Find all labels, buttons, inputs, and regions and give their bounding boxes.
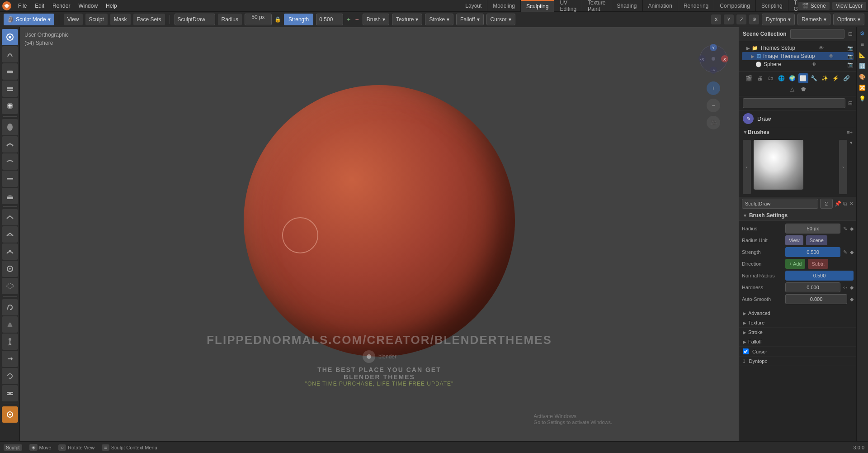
stroke-dropdown[interactable]: Stroke ▾: [425, 14, 453, 25]
normal-radius-value[interactable]: 0.500: [785, 271, 854, 281]
tab-animation[interactable]: Animation: [643, 0, 678, 12]
brush-next-button[interactable]: ›: [839, 140, 847, 194]
dyntopo-section[interactable]: 1 Dyntopo: [739, 357, 856, 366]
remesh-dropdown[interactable]: Remesh ▾: [797, 14, 830, 25]
brush-name-field[interactable]: [742, 199, 818, 209]
zoom-in-button[interactable]: +: [707, 81, 720, 95]
auto-smooth-keyframe-icon[interactable]: ◆: [850, 296, 854, 302]
radius-value[interactable]: 50 px: [245, 14, 272, 25]
radius-label-button[interactable]: Radius: [218, 14, 242, 25]
scrape-tool[interactable]: [2, 209, 18, 225]
filter-icon[interactable]: ⊟: [848, 31, 853, 37]
output-props-icon[interactable]: 🖨: [755, 73, 765, 83]
thumb-tool[interactable]: [2, 316, 18, 333]
draw-sharp-tool[interactable]: [2, 46, 18, 62]
camera-icon-2[interactable]: 📷: [847, 53, 854, 59]
strength-value[interactable]: 0.500: [316, 14, 343, 25]
eye-icon[interactable]: 👁: [819, 45, 824, 51]
orbit-gizmo[interactable]: Y X -Y -X: [695, 41, 731, 77]
clay-tool[interactable]: [2, 63, 18, 80]
radius-keyframe-icon[interactable]: ◆: [850, 226, 854, 232]
flatten-tool[interactable]: [2, 171, 18, 187]
tab-modeling[interactable]: Modeling: [487, 0, 521, 12]
rotate-tool[interactable]: [2, 368, 18, 384]
cursor-checkbox[interactable]: [743, 348, 749, 354]
radius-prop-value[interactable]: 50 px: [785, 224, 840, 234]
auto-smooth-value[interactable]: 0.000: [785, 294, 847, 304]
radius-edit-icon[interactable]: ✎: [843, 226, 847, 232]
falloff-section[interactable]: ▶ Falloff: [739, 337, 856, 347]
elastic-deform-tool[interactable]: [2, 278, 18, 294]
tool-search-input[interactable]: [743, 98, 845, 108]
radius-unit-view-button[interactable]: View: [785, 235, 803, 245]
menu-edit[interactable]: Edit: [31, 2, 48, 10]
mask-button[interactable]: Mask: [110, 14, 131, 25]
boundary-tool[interactable]: [2, 406, 18, 423]
pinch-tool[interactable]: [2, 243, 18, 260]
stroke-section[interactable]: ▶ Stroke: [739, 328, 856, 337]
grab-tool[interactable]: [2, 261, 18, 277]
menu-render[interactable]: Render: [49, 2, 74, 10]
modifier-props-icon[interactable]: 🔧: [809, 73, 819, 83]
scene-props-icon[interactable]: 🌐: [777, 73, 787, 83]
camera-icon-3[interactable]: 📷: [847, 62, 854, 67]
advanced-section[interactable]: ▶ Advanced: [739, 309, 856, 318]
properties-icon-3[interactable]: 📐: [858, 51, 867, 60]
properties-icon-5[interactable]: 🎨: [858, 72, 867, 81]
brush-pin-icon[interactable]: 📌: [835, 200, 841, 207]
multiplane-scrape-tool[interactable]: [2, 226, 18, 243]
strength-add-icon[interactable]: +: [346, 16, 351, 23]
tab-themes-generator[interactable]: Themes Generator: [788, 0, 797, 12]
axis-x-btn[interactable]: X: [711, 14, 721, 24]
tool-filter-icon[interactable]: ⊟: [848, 100, 853, 106]
crease-tool[interactable]: [2, 136, 18, 153]
scene-tree-item-image-themes[interactable]: ▶ 🖼 Image Themes Setup 👁 📷: [742, 52, 854, 60]
brushes-section-header[interactable]: ▼ Brushes ≡ +: [739, 127, 856, 137]
brush-name-input[interactable]: [175, 14, 215, 25]
cursor-dropdown[interactable]: Cursor ▾: [486, 14, 515, 25]
world-props-icon[interactable]: 🌍: [788, 73, 797, 83]
properties-icon-6[interactable]: 🔀: [858, 83, 867, 92]
render-props-icon[interactable]: 🎬: [744, 73, 754, 83]
physics-props-icon[interactable]: ⚡: [831, 73, 841, 83]
menu-window[interactable]: Window: [75, 2, 101, 10]
hardness-keyframe-icon[interactable]: ◆: [850, 285, 854, 291]
tab-shading[interactable]: Shading: [611, 0, 642, 12]
brush-copy-icon[interactable]: ⧉: [843, 200, 847, 207]
viewport[interactable]: User Orthographic (54) Sphere FLIPPEDNOR…: [20, 27, 739, 441]
properties-icon-7[interactable]: 💡: [858, 94, 867, 103]
view-button[interactable]: View: [64, 14, 83, 25]
texture-dropdown[interactable]: Texture ▾: [392, 14, 422, 25]
object-props-icon[interactable]: ⬜: [798, 73, 808, 83]
snake-hook-tool[interactable]: [2, 299, 18, 315]
texture-section[interactable]: ▶ Texture: [739, 318, 856, 328]
properties-icon-1[interactable]: ⚙: [858, 29, 867, 38]
strength-edit-icon[interactable]: ✎: [843, 249, 847, 255]
menu-file[interactable]: File: [14, 2, 30, 10]
dyntopo-dropdown[interactable]: Dyntopo ▾: [762, 14, 795, 25]
pose-tool[interactable]: [2, 334, 18, 350]
nudge-tool[interactable]: [2, 351, 18, 367]
tab-texture-paint[interactable]: Texture Paint: [582, 0, 611, 12]
tab-sculpting[interactable]: Sculpting: [521, 0, 554, 12]
smooth-tool[interactable]: [2, 153, 18, 170]
inflate-tool[interactable]: [2, 98, 18, 114]
axis-y-btn[interactable]: Y: [724, 14, 734, 24]
sculpt-button[interactable]: Sculpt: [85, 14, 108, 25]
scene-tree-item-sphere[interactable]: ⚪ Sphere 👁 📷: [742, 60, 854, 68]
radius-unit-scene-button[interactable]: Scene: [806, 235, 827, 245]
tab-scripting[interactable]: Scripting: [756, 0, 788, 12]
face-sets-button[interactable]: Face Sets: [133, 14, 165, 25]
scene-selector[interactable]: 🎬 Scene: [798, 2, 830, 10]
tab-compositing[interactable]: Compositing: [714, 0, 756, 12]
hardness-flip-icon[interactable]: ⇔: [843, 285, 847, 291]
brush-dropdown[interactable]: Brush ▾: [363, 14, 389, 25]
constraints-props-icon[interactable]: 🔗: [842, 73, 852, 83]
brushes-add-icon[interactable]: +: [850, 129, 853, 135]
falloff-dropdown[interactable]: Falloff ▾: [456, 14, 483, 25]
draw-tool[interactable]: [2, 29, 18, 45]
particles-props-icon[interactable]: ✨: [820, 73, 830, 83]
properties-icon-2[interactable]: ≡: [858, 40, 867, 49]
camera-view-button[interactable]: 🎥: [707, 116, 720, 129]
view-layer-selector[interactable]: View Layer: [832, 2, 866, 10]
